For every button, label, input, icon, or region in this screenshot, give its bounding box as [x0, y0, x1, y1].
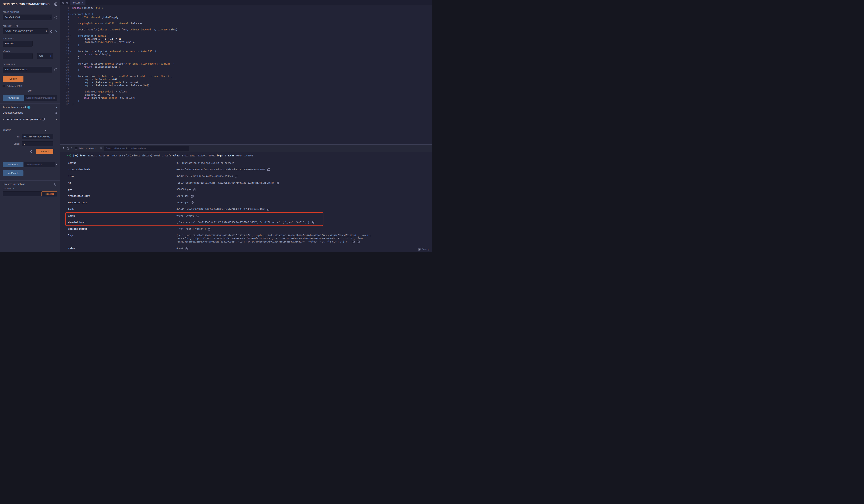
balanceof-input[interactable]: [24, 162, 55, 167]
tab-test-sol[interactable]: test.sol: [70, 0, 86, 5]
code-line[interactable]: 13 }: [60, 44, 432, 47]
code-area[interactable]: 1pragma solidity ^0.5.0;23▾contract Test…: [60, 5, 432, 144]
transfer-value-input[interactable]: [22, 141, 53, 146]
fold-arrow-icon[interactable]: ▾: [69, 34, 72, 37]
clear-console-icon[interactable]: [67, 147, 69, 149]
code-line[interactable]: 29 _balances[to] += value;: [60, 93, 432, 96]
code-line[interactable]: 7: [60, 25, 432, 28]
value-input[interactable]: [3, 53, 33, 59]
copy-icon[interactable]: [277, 182, 279, 184]
code-text: emit Transfer(msg.sender, to, value);: [72, 96, 135, 99]
fold-arrow-icon[interactable]: ▾: [69, 13, 72, 16]
environment-select[interactable]: JavaScript VM: [3, 14, 52, 20]
code-line[interactable]: 9: [60, 31, 432, 34]
copy-account-icon[interactable]: [50, 30, 53, 33]
close-tab-icon[interactable]: [82, 1, 83, 4]
transfer-collapse-icon[interactable]: [45, 129, 46, 131]
code-line[interactable]: 8 event Transfer(address indexed from, a…: [60, 28, 432, 31]
copy-icon[interactable]: [191, 195, 193, 197]
publish-ipfs-checkbox[interactable]: [3, 85, 5, 87]
code-line[interactable]: 19▾ function balanceOf(address account) …: [60, 62, 432, 65]
fold-arrow-icon[interactable]: ▾: [69, 50, 72, 53]
tx-row-input: input0xa90...00001: [68, 213, 432, 219]
transactions-chevron-icon[interactable]: [56, 106, 57, 109]
value-unit-select[interactable]: wei: [37, 53, 53, 59]
calldata-transact-button[interactable]: Transact: [41, 191, 57, 196]
code-line[interactable]: 31 }: [60, 99, 432, 103]
code-line[interactable]: 21 }: [60, 69, 432, 72]
trash-icon[interactable]: [55, 111, 57, 114]
code-line[interactable]: 6 mapping(address => uint256) internal _…: [60, 22, 432, 25]
balanceof-expand-icon[interactable]: [56, 163, 57, 166]
code-line[interactable]: 10▾ constructor() public {: [60, 34, 432, 37]
fold-gutter: [69, 31, 72, 34]
code-line[interactable]: 1pragma solidity ^0.5.0;: [60, 7, 432, 10]
code-line[interactable]: 15▾ function totalSupply() external view…: [60, 50, 432, 53]
balanceof-button[interactable]: balanceOf: [3, 162, 23, 167]
copy-icon[interactable]: [312, 221, 314, 224]
code-line[interactable]: 22: [60, 72, 432, 75]
code-text: }: [72, 103, 74, 106]
code-line[interactable]: 2: [60, 10, 432, 13]
code-line[interactable]: 14: [60, 47, 432, 50]
environment-info-icon[interactable]: [54, 16, 57, 19]
publish-ipfs-label: Publish to IPFS: [7, 85, 22, 87]
listen-network-checkbox[interactable]: [75, 147, 77, 149]
contract-select[interactable]: Test - browser/test.sol: [3, 67, 52, 72]
copy-icon[interactable]: [267, 208, 270, 211]
code-line[interactable]: 4 uint256 internal _totalSupply;: [60, 16, 432, 19]
instance-expand-icon[interactable]: [3, 118, 4, 121]
edit-account-icon[interactable]: [55, 30, 57, 33]
copy-icon[interactable]: [196, 215, 199, 217]
copy-icon[interactable]: [208, 228, 211, 230]
code-line[interactable]: 24 require(to != address(0));: [60, 78, 432, 81]
code-line[interactable]: 25 require(_balances[msg.sender] >= valu…: [60, 81, 432, 84]
copy-icon[interactable]: [235, 175, 238, 178]
terminal-search-input[interactable]: [104, 146, 189, 151]
terminal-expand-icon[interactable]: [63, 147, 64, 149]
zoom-out-icon[interactable]: [62, 2, 64, 4]
gas-limit-input[interactable]: [3, 41, 33, 47]
copy-icon[interactable]: [352, 241, 355, 243]
code-line[interactable]: 17 }: [60, 56, 432, 59]
copy-icon[interactable]: [357, 241, 360, 243]
at-address-button[interactable]: At Address: [3, 95, 24, 101]
transfer-function-label: transfer: [3, 129, 11, 131]
transfer-to-input[interactable]: [22, 134, 53, 139]
transaction-log-row[interactable]: [vm] from: 0x502...993e6 to: Test.transf…: [60, 152, 432, 158]
code-line[interactable]: 11 _totalSupply = 1 * 10 ** 18;: [60, 37, 432, 40]
documentation-icon[interactable]: [55, 2, 57, 5]
copy-calldata-icon[interactable]: [31, 150, 33, 153]
copy-icon[interactable]: [191, 201, 193, 204]
code-line[interactable]: 27: [60, 87, 432, 90]
copy-instance-icon[interactable]: [42, 118, 45, 121]
low-level-info-icon[interactable]: [54, 183, 57, 185]
copy-icon[interactable]: [193, 188, 196, 191]
zoom-in-icon[interactable]: [66, 2, 68, 4]
fold-arrow-icon[interactable]: ▾: [69, 75, 72, 78]
transact-button[interactable]: transact: [36, 149, 53, 154]
contract-info-icon[interactable]: [54, 68, 57, 71]
totalsupply-button[interactable]: totalSupply: [3, 170, 23, 176]
copy-icon[interactable]: [267, 168, 270, 171]
code-line[interactable]: 30 emit Transfer(msg.sender, to, value);: [60, 96, 432, 99]
code-line[interactable]: 12 _balances[msg.sender] = _totalSupply;: [60, 40, 432, 44]
add-account-icon[interactable]: [15, 25, 17, 27]
code-line[interactable]: 3▾contract Test {: [60, 13, 432, 16]
code-line[interactable]: 5: [60, 19, 432, 22]
code-line[interactable]: 26 require(_balances[to] + value >= _bal…: [60, 84, 432, 87]
code-line[interactable]: 32}: [60, 103, 432, 106]
code-line[interactable]: 28 _balances[msg.sender] -= value;: [60, 90, 432, 93]
at-address-input[interactable]: [24, 95, 57, 101]
fold-arrow-icon[interactable]: ▾: [69, 62, 72, 65]
copy-icon[interactable]: [185, 247, 188, 250]
code-line[interactable]: 20 return _balances[account];: [60, 65, 432, 69]
account-select[interactable]: 0x502...993e6 (99.9999999: [3, 28, 48, 34]
deploy-button[interactable]: Deploy: [3, 76, 23, 82]
code-line[interactable]: 18: [60, 59, 432, 62]
select-caret-icon: [46, 30, 47, 32]
line-number: 2: [60, 10, 69, 13]
code-line[interactable]: 16 return _totalSupply;: [60, 53, 432, 56]
code-line[interactable]: 23▾ function transfer(address to,uint256…: [60, 75, 432, 78]
close-instance-icon[interactable]: [56, 118, 57, 121]
